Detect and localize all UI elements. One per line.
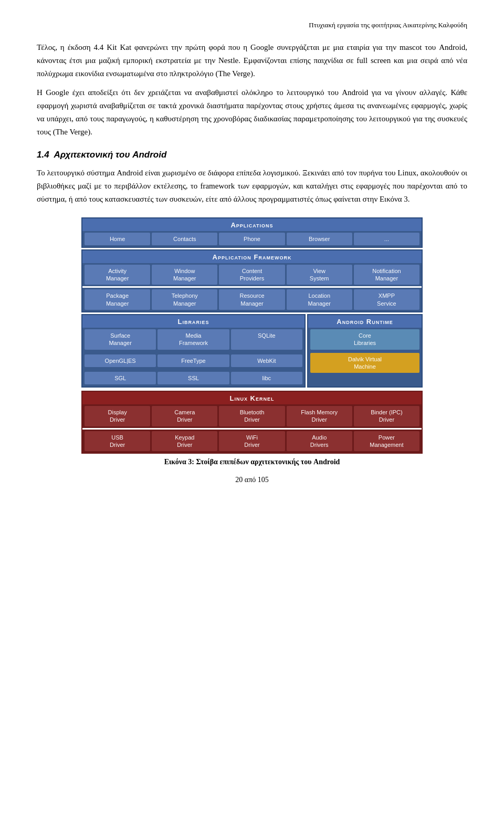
libraries-row2: OpenGL|ES FreeType WebKit [82,353,304,369]
runtime-layer: Android Runtime CoreLibraries Dalvik Vir… [307,314,423,388]
app-framework-row2: PackageManager TelephonyManager Resource… [82,288,422,311]
lib-ssl: SSL [158,372,229,384]
ker-display: DisplayDriver [85,406,150,426]
runtime-rows: CoreLibraries Dalvik VirtualMachine [308,328,422,386]
ker-wifi: WiFiDriver [219,431,285,452]
app-browser: Browser [287,233,352,245]
lib-sgl: SGL [85,372,156,384]
app-more: ... [354,233,419,245]
libraries-row1: SurfaceManager MediaFramework SQLite [82,328,304,351]
architecture-diagram: Applications Home Contacts Phone Browser… [81,217,423,454]
header-text: Πτυχιακή εργασία της φοιτήτριας Αικατερί… [309,21,467,29]
fw-window: WindowManager [152,265,217,285]
applications-layer: Applications Home Contacts Phone Browser… [81,217,423,248]
page: Πτυχιακή εργασία της φοιτήτριας Αικατερί… [0,0,504,815]
ker-binder: Binder (IPC)Driver [354,406,419,426]
lib-sqlite: SQLite [231,329,302,350]
fw-resource: ResourceManager [219,289,285,310]
fw-view: ViewSystem [287,265,352,285]
app-framework-layer: Application Framework ActivityManager Wi… [81,249,423,312]
lib-libc: libc [231,372,302,384]
rt-core: CoreLibraries [310,329,419,350]
app-framework-row1: ActivityManager WindowManager ContentPro… [82,263,422,287]
fw-xmpp: XMPPService [354,289,419,310]
ker-flash: Flash MemoryDriver [287,406,352,426]
figure-container: Applications Home Contacts Phone Browser… [37,217,467,467]
lib-webkit: WebKit [231,354,302,367]
ker-camera: CameraDriver [152,406,217,426]
paragraph-1: Τέλος, η έκδοση 4.4 Kit Kat φανερώνει τη… [37,41,467,80]
lib-opengl: OpenGL|ES [85,354,156,367]
ker-audio: AudioDrivers [287,431,352,452]
lib-freetype: FreeType [158,354,229,367]
fw-package: PackageManager [85,289,150,310]
section-paragraph-1: Το λειτουργικό σύστημα Android είναι χωρ… [37,166,467,205]
ker-bluetooth: BluetoothDriver [219,406,285,426]
linux-kernel-layer: Linux Kernel DisplayDriver CameraDriver … [81,391,423,454]
rt-dalvik: Dalvik VirtualMachine [310,353,419,373]
runtime-header: Android Runtime [308,315,422,328]
lib-media: MediaFramework [158,329,229,350]
app-home: Home [85,233,150,245]
fw-notification: NotificationManager [354,265,419,285]
section-title: 1.4 Αρχιτεκτονική του Android [37,150,467,160]
linux-kernel-header: Linux Kernel [82,392,422,404]
page-header: Πτυχιακή εργασία της φοιτήτριας Αικατερί… [37,21,467,32]
libraries-header: Libraries [82,315,304,328]
app-framework-header: Application Framework [82,250,422,263]
app-phone: Phone [219,233,285,245]
fw-content: ContentProviders [219,265,285,285]
kernel-row2: USBDriver KeypadDriver WiFiDriver AudioD… [82,430,422,453]
paragraph-2: Η Google έχει αποδείξει ότι δεν χρειάζετ… [37,86,467,138]
ker-power: PowerManagement [354,431,419,452]
ker-usb: USBDriver [85,431,150,452]
page-number: 20 από 105 [37,476,467,484]
applications-header: Applications [82,218,422,231]
libraries-runtime-section: Libraries SurfaceManager MediaFramework … [81,314,423,389]
figure-caption: Εικόνα 3: Στοίβα επιπέδων αρχιτεκτονικής… [37,458,467,466]
applications-row: Home Contacts Phone Browser ... [82,231,422,247]
libraries-layer: Libraries SurfaceManager MediaFramework … [81,314,306,388]
kernel-row1: DisplayDriver CameraDriver BluetoothDriv… [82,404,422,428]
lib-surface: SurfaceManager [85,329,156,350]
ker-keypad: KeypadDriver [152,431,217,452]
fw-telephony: TelephonyManager [152,289,217,310]
fw-activity: ActivityManager [85,265,150,285]
app-contacts: Contacts [152,233,217,245]
fw-location: LocationManager [287,289,352,310]
libraries-row3: SGL SSL libc [82,370,304,386]
